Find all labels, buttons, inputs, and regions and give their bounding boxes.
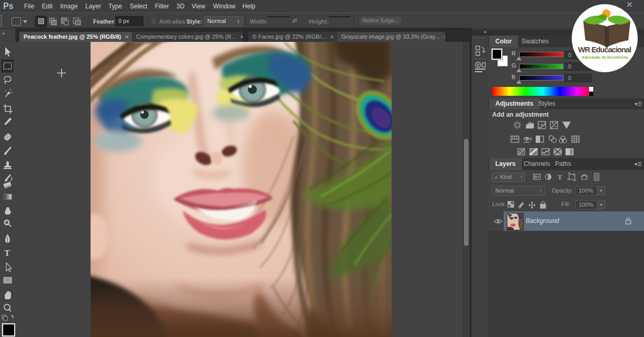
svg-text:T: T <box>558 173 562 181</box>
svg-text:T: T <box>4 248 10 258</box>
svg-text:»: » <box>2 31 5 36</box>
svg-text:Educação de Excelência: Educação de Excelência <box>582 55 628 60</box>
svg-text:WR Educacional: WR Educacional <box>578 46 631 54</box>
